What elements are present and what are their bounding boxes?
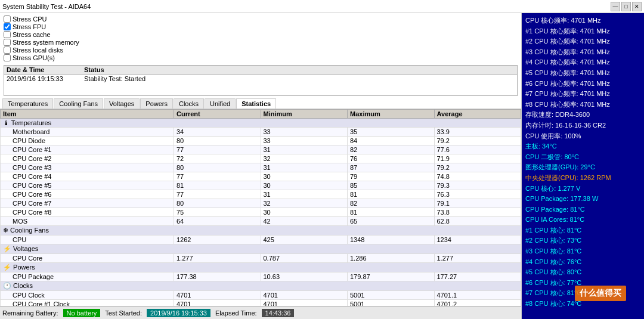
row-name: CPU Core #5: [1, 181, 174, 190]
stress-checkbox-label: Stress system memory: [13, 39, 79, 46]
row-value: 10.63: [261, 272, 348, 281]
row-value: 4701: [174, 300, 261, 306]
stats-table-container[interactable]: Item Current Minimum Maximum Average 🌡 T…: [0, 109, 521, 306]
table-row: MOS64426562.8: [1, 217, 521, 226]
row-value: 81: [348, 190, 435, 199]
row-value: 31: [261, 190, 348, 199]
row-value: 177.27: [434, 272, 521, 281]
right-panel-line: #2 CPU 核心: 73°C: [525, 236, 640, 246]
row-value: 71.9: [434, 154, 521, 163]
row-value: 75: [174, 208, 261, 217]
table-row: CPU Core #581308579.3: [1, 181, 521, 190]
row-name: CPU Core #6: [1, 190, 174, 199]
row-value: 77.6: [434, 145, 521, 154]
row-value: 4701: [261, 300, 348, 306]
stats-table: Item Current Minimum Maximum Average 🌡 T…: [0, 109, 521, 306]
table-row: CPU Core #477307974.8: [1, 172, 521, 181]
tab-powers[interactable]: Powers: [140, 98, 173, 109]
row-value: 80: [174, 199, 261, 208]
log-status: Stability Test: Started: [84, 75, 515, 82]
row-value: 42: [261, 217, 348, 226]
tab-cooling-fans[interactable]: Cooling Fans: [54, 98, 103, 109]
table-row: CPU Core #875308173.8: [1, 208, 521, 217]
tab-voltages[interactable]: Voltages: [104, 98, 140, 109]
right-panel-line: CPU 核心: 1.277 V: [525, 184, 640, 194]
row-value: 1.277: [434, 254, 521, 263]
row-value: 82: [348, 199, 435, 208]
section-header-cell: ❄ Cooling Fans: [1, 226, 521, 236]
row-name: CPU Core #1 Clock: [1, 300, 174, 306]
row-name: CPU Core: [1, 254, 174, 263]
log-area: Date & Time Status 2019/9/16 19:15:33 St…: [4, 65, 518, 96]
right-panel-line: 主板: 34°C: [525, 141, 640, 152]
stress-checkbox-label: Stress local disks: [13, 47, 63, 54]
tab-statistics[interactable]: Statistics: [236, 98, 276, 109]
elapsed-value: 14:43:36: [262, 309, 295, 317]
row-name: Motherboard: [1, 128, 174, 137]
table-row: Motherboard34333533.9: [1, 128, 521, 137]
row-value: 5001: [348, 300, 435, 306]
right-panel-line: 中央处理器(CPU): 1262 RPM: [525, 173, 640, 184]
stress-checkbox[interactable]: [4, 54, 11, 61]
section-icon: ⚡: [3, 245, 13, 252]
row-value: 177.38: [174, 272, 261, 281]
stress-checkbox[interactable]: [4, 16, 11, 23]
section-header-row: 🕐 Clocks: [1, 281, 521, 291]
table-row: CPU Core1.2770.7871.2861.277: [1, 254, 521, 263]
right-panel-line: #5 CPU 核心频率: 4701 MHz: [525, 68, 640, 79]
right-panel-line: #1 CPU 核心频率: 4701 MHz: [525, 26, 640, 37]
row-value: 30: [261, 172, 348, 181]
stress-section: Stress CPUStress FPUStress cacheStress s…: [0, 13, 521, 64]
right-panel-line: CPU 使用率: 100%: [525, 131, 640, 142]
section-name: Voltages: [13, 245, 38, 252]
minimize-button[interactable]: —: [611, 2, 620, 11]
stress-checkbox[interactable]: [4, 39, 11, 46]
row-value: 81: [348, 208, 435, 217]
row-value: 33: [261, 137, 348, 145]
section-header-row: ⚡ Voltages: [1, 244, 521, 254]
tab-clocks[interactable]: Clocks: [174, 98, 204, 109]
row-value: 74.8: [434, 172, 521, 181]
row-value: 1.277: [174, 254, 261, 263]
test-started-value: 2019/9/16 19:15:33: [147, 309, 210, 317]
right-panel-line: #3 CPU 核心: 81°C: [525, 246, 640, 257]
right-panel-line: #1 CPU 核心: 81°C: [525, 225, 640, 236]
left-panel: Stress CPUStress FPUStress cacheStress s…: [0, 13, 522, 319]
row-value: 77: [174, 190, 261, 199]
table-row: CPU Core #272327671.9: [1, 154, 521, 163]
row-name: CPU Package: [1, 272, 174, 281]
row-name: MOS: [1, 217, 174, 226]
row-value: 87: [348, 163, 435, 172]
row-value: 76: [348, 154, 435, 163]
row-value: 0.787: [261, 254, 348, 263]
right-panel-line: #3 CPU 核心频率: 4701 MHz: [525, 47, 640, 58]
maximize-button[interactable]: □: [621, 2, 631, 11]
stress-checkbox[interactable]: [4, 47, 11, 54]
right-panel-line: CPU Package: 81°C: [525, 205, 640, 215]
table-row: CPU Core #780328279.1: [1, 199, 521, 208]
row-value: 425: [261, 236, 348, 244]
section-icon: ❄: [3, 227, 10, 234]
log-row: 2019/9/16 19:15:33 Stability Test: Start…: [4, 75, 517, 83]
stress-checkbox-item: Stress GPU(s): [4, 54, 79, 61]
row-value: 76.3: [434, 190, 521, 199]
row-value: 32: [261, 199, 348, 208]
col-minimum: Minimum: [261, 110, 348, 119]
stress-checkbox[interactable]: [4, 31, 11, 38]
row-value: 79: [348, 172, 435, 181]
row-value: 79.2: [434, 163, 521, 172]
section-name: Clocks: [13, 282, 33, 289]
tab-temperatures[interactable]: Temperatures: [2, 98, 53, 109]
right-panel-line: CPU IA Cores: 81°C: [525, 215, 640, 225]
row-name: CPU Core #7: [1, 199, 174, 208]
row-value: 77: [174, 172, 261, 181]
table-row: CPU Diode80338479.2: [1, 137, 521, 145]
right-panel-line: 图形处理器(GPU): 29°C: [525, 162, 640, 173]
close-button[interactable]: ✕: [632, 2, 642, 11]
row-value: 80: [174, 163, 261, 172]
row-value: 31: [261, 163, 348, 172]
stress-checkbox-label: Stress FPU: [13, 23, 46, 30]
tab-unified[interactable]: Unified: [205, 98, 236, 109]
stress-checkbox[interactable]: [4, 23, 11, 30]
stress-checkbox-item: Stress local disks: [4, 47, 79, 54]
